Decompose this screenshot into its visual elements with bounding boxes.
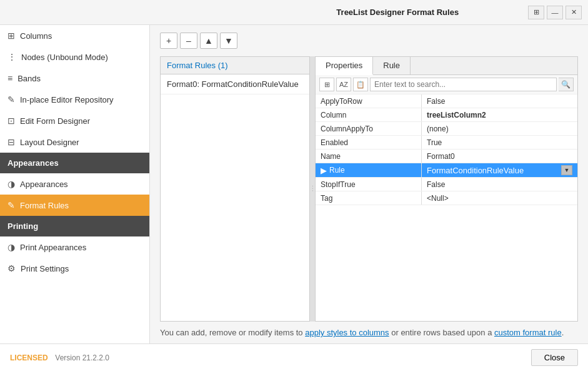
sidebar-item-label: Nodes (Unbound Mode)	[21, 53, 108, 62]
version-text: Version 21.2.2.0	[55, 353, 109, 362]
sidebar-item-label: Columns	[20, 31, 52, 41]
columns-icon: ⊞	[7, 31, 15, 41]
minimize-button[interactable]: —	[547, 6, 563, 19]
title-controls: ⊞ — ✕	[528, 6, 582, 19]
content-area: + – ▲ ▼ Format Rules (1) Format0: Format…	[150, 25, 588, 343]
appearances-icon: ◑	[7, 179, 15, 189]
prop-name: ColumnApplyTo	[316, 122, 422, 135]
table-row: Name Format0	[316, 150, 577, 163]
editor-icon: ✎	[7, 94, 15, 104]
nodes-icon: ⋮	[7, 52, 16, 62]
sidebar-item-label: Print Appearances	[20, 243, 86, 252]
sidebar: ⊞ Columns ⋮ Nodes (Unbound Mode) ≡ Bands…	[0, 25, 150, 343]
alphabetical-button[interactable]: AZ	[336, 78, 351, 91]
format-rules-header: Format Rules (1)	[161, 57, 309, 74]
move-down-button[interactable]: ▼	[220, 33, 237, 49]
search-input[interactable]	[370, 78, 557, 91]
sidebar-item-editform[interactable]: ⊡ Edit Form Designer	[0, 110, 149, 131]
prop-value[interactable]: <Null>	[422, 191, 577, 205]
sidebar-item-print-settings[interactable]: ⚙ Print Settings	[0, 258, 149, 279]
prop-name: StopIfTrue	[316, 178, 422, 191]
section-header-appearances: Appearances	[0, 153, 149, 173]
hint-link-format[interactable]: custom format rule	[494, 328, 562, 337]
prop-value[interactable]: (none)	[422, 122, 577, 135]
prop-name: ApplyToRow	[316, 94, 422, 108]
sidebar-item-label: Print Settings	[21, 264, 69, 273]
panels-area: Format Rules (1) Format0: FormatConditio…	[150, 56, 588, 322]
prop-name: Column	[316, 108, 422, 121]
section-header-printing: Printing	[0, 216, 149, 236]
sidebar-item-label: Edit Form Designer	[20, 116, 90, 126]
toolbar: + – ▲ ▼	[150, 25, 588, 56]
prop-value[interactable]: treeListColumn2	[422, 108, 577, 121]
print-appearances-icon: ◑	[7, 242, 15, 252]
bands-icon: ≡	[7, 73, 12, 83]
property-pages-button[interactable]: 📋	[353, 78, 368, 91]
license-info: LICENSED Version 21.2.2.0	[10, 353, 109, 362]
table-row: Tag <Null>	[316, 191, 577, 205]
row-arrow-icon: ▶	[321, 166, 327, 175]
bottom-bar: LICENSED Version 21.2.2.0 Close	[0, 343, 588, 371]
title-name: Format Rules	[407, 8, 459, 17]
sidebar-item-label: Bands	[17, 74, 41, 83]
panel-splitter[interactable]: ···	[310, 56, 315, 322]
sidebar-item-nodes[interactable]: ⋮ Nodes (Unbound Mode)	[0, 46, 149, 68]
search-button[interactable]: 🔍	[559, 78, 574, 91]
prop-value[interactable]: Format0	[422, 150, 577, 163]
prop-name: Enabled	[316, 136, 422, 149]
sidebar-item-label: Appearances	[20, 180, 68, 189]
sidebar-item-layout[interactable]: ⊟ Layout Designer	[0, 131, 149, 153]
hint-text: You can add, remove or modify items to a…	[160, 328, 564, 337]
sidebar-item-label: Format Rules	[20, 201, 69, 210]
sidebar-item-print-appearances[interactable]: ◑ Print Appearances	[0, 236, 149, 258]
properties-panel: Properties Rule ⊞ AZ 📋 🔍	[315, 56, 578, 322]
sidebar-item-bands[interactable]: ≡ Bands	[0, 68, 149, 89]
format-rules-icon: ✎	[7, 200, 15, 210]
prop-value[interactable]: FormatConditionRuleValue ▼	[422, 163, 577, 177]
sidebar-item-inplace[interactable]: ✎ In-place Editor Repository	[0, 89, 149, 110]
table-row: Column treeListColumn2	[316, 108, 577, 122]
format-rules-panel: Format Rules (1) Format0: FormatConditio…	[160, 56, 310, 322]
sidebar-item-appearances[interactable]: ◑ Appearances	[0, 173, 149, 195]
title-bar: TreeList Designer Format Rules ⊞ — ✕	[0, 0, 588, 25]
format-rules-list: Format0: FormatConditionRuleValue	[161, 74, 309, 321]
properties-table: ApplyToRow False Column treeListColumn2 …	[316, 94, 577, 321]
table-row: ColumnApplyTo (none)	[316, 122, 577, 136]
print-settings-icon: ⚙	[7, 263, 16, 273]
prop-value[interactable]: False	[422, 94, 577, 108]
sidebar-item-format-rules[interactable]: ✎ Format Rules	[0, 195, 149, 216]
hint-bar: You can add, remove or modify items to a…	[150, 322, 588, 343]
prop-value[interactable]: False	[422, 178, 577, 191]
sidebar-item-label: In-place Editor Repository	[20, 95, 114, 104]
properties-tabs: Properties Rule	[316, 57, 577, 75]
main-layout: ⊞ Columns ⋮ Nodes (Unbound Mode) ≡ Bands…	[0, 25, 588, 343]
form-icon: ⊡	[7, 116, 15, 126]
move-up-button[interactable]: ▲	[200, 33, 217, 49]
sidebar-item-label: Layout Designer	[20, 138, 79, 147]
prop-name: ▶Rule	[316, 163, 422, 177]
properties-toolbar: ⊞ AZ 📋 🔍	[316, 75, 577, 94]
prop-name: Tag	[316, 191, 422, 205]
remove-button[interactable]: –	[180, 33, 197, 49]
hint-link-apply[interactable]: apply styles to columns	[305, 328, 389, 337]
format-rule-item[interactable]: Format0: FormatConditionRuleValue	[161, 74, 309, 94]
tab-properties[interactable]: Properties	[316, 57, 373, 75]
sidebar-item-columns[interactable]: ⊞ Columns	[0, 25, 149, 46]
add-button[interactable]: +	[160, 33, 177, 49]
categorized-button[interactable]: ⊞	[319, 78, 334, 91]
table-row: Enabled True	[316, 136, 577, 150]
dropdown-button[interactable]: ▼	[561, 165, 572, 175]
close-window-button[interactable]: ✕	[566, 6, 582, 19]
prop-value[interactable]: True	[422, 136, 577, 149]
grid-view-button[interactable]: ⊞	[528, 6, 544, 19]
tab-rule[interactable]: Rule	[373, 57, 411, 74]
window-title: TreeList Designer Format Rules	[267, 8, 529, 17]
table-row: StopIfTrue False	[316, 178, 577, 191]
app-name: TreeList Designer	[336, 8, 407, 17]
licensed-badge: LICENSED	[10, 353, 48, 362]
close-button[interactable]: Close	[531, 349, 578, 366]
layout-icon: ⊟	[7, 137, 15, 147]
table-row: ApplyToRow False	[316, 94, 577, 108]
table-row-selected: ▶Rule FormatConditionRuleValue ▼	[316, 163, 577, 178]
prop-name: Name	[316, 150, 422, 163]
